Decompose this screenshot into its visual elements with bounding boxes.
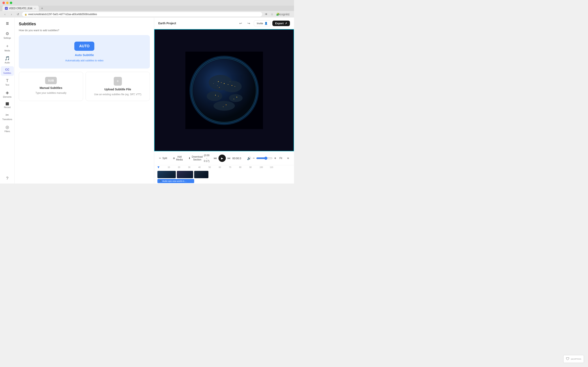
add-media-btn[interactable]: ⊕ Add Media: [171, 155, 185, 162]
browser-tab[interactable]: V VEED CREATE | Edit ×: [2, 6, 39, 11]
back-btn[interactable]: ‹: [2, 12, 7, 17]
sidebar-item-filters-label: Filters: [4, 130, 10, 133]
volume-btn[interactable]: 🔊: [247, 156, 251, 160]
svg-point-23: [223, 106, 223, 107]
timeline-tracks: 🎵 Audio epic-new-world-m....: [157, 170, 291, 184]
invite-icon: 👤: [264, 22, 268, 25]
upload-subtitle-option[interactable]: + Upload Subtitle File Use an existing s…: [86, 72, 150, 101]
export-label: Export: [275, 22, 284, 25]
timeline-right-controls: 🔊 − + Fit ≋: [247, 156, 291, 160]
sidebar-item-settings[interactable]: ⚙ Settings: [1, 30, 14, 41]
url-text: veed.io/edit/abcb1297-5a01-4d77-b2aa-a83…: [28, 13, 97, 16]
export-icon: ↗: [285, 22, 287, 25]
audio-track-row: 🎵 Audio epic-new-world-m....: [157, 179, 291, 183]
upload-subtitle-description: Use an existing subtitles file (eg. SRT,…: [94, 93, 141, 96]
scissors-icon: ✂: [159, 157, 161, 160]
sidebar-item-record[interactable]: ⬛ Record: [1, 100, 14, 110]
upload-subtitle-title: Upload Subtitle File: [104, 88, 131, 91]
svg-point-17: [219, 87, 219, 88]
zoom-slider[interactable]: [256, 157, 273, 160]
svg-point-19: [218, 96, 219, 96]
tab-close-btn[interactable]: ×: [34, 7, 36, 10]
auto-subtitle-title: Auto Subtitle: [75, 53, 94, 57]
skip-forward-btn[interactable]: ⏭: [227, 156, 231, 160]
split-btn[interactable]: ✂ Split: [157, 156, 169, 160]
minimize-window-btn[interactable]: [6, 2, 9, 4]
video-thumb-3: [194, 171, 208, 178]
address-bar[interactable]: 🔒 veed.io/edit/abcb1297-5a01-4d77-b2aa-a…: [22, 12, 262, 17]
svg-point-13: [228, 84, 228, 85]
svg-point-18: [215, 95, 216, 95]
timeline-track-area: 10 20 30 40 50 60 70 80 90 100 110: [154, 165, 294, 184]
sidebar-item-subtitles[interactable]: CC Subtitles: [1, 66, 14, 76]
timeline: ✂ Split ⊕ Add Media ⬇ Download Section (…: [154, 151, 294, 184]
undo-btn[interactable]: ↩: [237, 20, 244, 26]
ruler-mark-110: 110: [270, 166, 273, 168]
tab-title: VEED CREATE | Edit: [9, 7, 32, 10]
video-track-item-3[interactable]: [194, 171, 208, 178]
sidebar-item-elements[interactable]: ◈ Elements: [1, 89, 14, 100]
download-section-label: Download Section: [192, 155, 203, 161]
svg-point-15: [234, 86, 235, 87]
audio-track-item[interactable]: 🎵 Audio epic-new-world-m....: [157, 179, 194, 183]
svg-point-12: [224, 83, 225, 84]
sidebar-item-media[interactable]: ＋ Media: [1, 42, 14, 53]
profile-btn[interactable]: Incognito: [281, 12, 286, 17]
earth-preview: [185, 52, 263, 129]
play-btn[interactable]: ▶: [218, 155, 226, 162]
more-btn[interactable]: ⋮: [287, 12, 292, 17]
timeline-toolbar: ✂ Split ⊕ Add Media ⬇ Download Section (…: [154, 151, 294, 165]
playhead-marker: [157, 166, 159, 168]
hamburger-menu-btn[interactable]: ☰: [1, 20, 14, 27]
hamburger-icon: ☰: [6, 22, 9, 25]
manual-subtitle-description: Type your subtitles manually: [35, 92, 66, 94]
video-track-item-2[interactable]: [177, 171, 193, 178]
screen-reader-icon[interactable]: 👁: [264, 12, 269, 17]
new-tab-btn[interactable]: +: [40, 6, 44, 11]
video-area: [154, 29, 294, 151]
svg-point-16: [217, 85, 217, 86]
record-icon: ⬛: [6, 102, 9, 105]
app: ☰ ⚙ Settings ＋ Media 🎵 Audio CC Subtitle…: [0, 17, 294, 184]
svg-point-22: [226, 104, 226, 105]
play-icon: ▶: [221, 157, 223, 160]
download-section-btn[interactable]: ⬇ Download Section (0:00 - 0:17): [187, 153, 211, 163]
bookmark-icon[interactable]: ☆: [269, 12, 274, 17]
video-thumb-2: [177, 171, 193, 178]
sidebar-item-audio[interactable]: 🎵 Audio: [1, 54, 14, 66]
fit-btn[interactable]: Fit: [278, 156, 284, 160]
ruler-mark-100: 100: [259, 166, 263, 168]
help-icon: ?: [6, 176, 8, 181]
auto-subtitle-description: Automatically add subtitles to video: [65, 59, 103, 62]
svg-point-11: [221, 82, 222, 83]
svg-point-10: [218, 81, 219, 82]
svg-point-24: [213, 83, 214, 83]
waveform-btn[interactable]: ≋: [285, 156, 291, 160]
invite-btn[interactable]: Invite 👤: [254, 20, 271, 26]
media-icon: ＋: [5, 43, 9, 49]
refresh-btn[interactable]: ↺: [16, 12, 20, 17]
sidebar-item-transitions[interactable]: ✂ Transitions: [1, 111, 14, 122]
maximize-window-btn[interactable]: [10, 2, 12, 4]
svg-point-8: [229, 94, 242, 102]
sidebar-item-filters[interactable]: ◎ Filters: [1, 123, 14, 134]
video-track-item-1[interactable]: [157, 171, 176, 178]
text-icon: T: [6, 78, 8, 83]
redo-btn[interactable]: ↪: [246, 20, 252, 26]
manual-subtitle-title: Manual Subtitles: [40, 86, 62, 90]
panel-title: Subtitles: [19, 22, 150, 26]
skip-back-btn[interactable]: ⏮: [214, 156, 217, 160]
export-btn[interactable]: Export ↗: [272, 21, 290, 26]
add-media-label: Add Media: [176, 155, 183, 161]
forward-btn[interactable]: ›: [9, 12, 14, 17]
video-panel: Earth Project ↩ ↪ Invite 👤 Export ↗: [154, 17, 294, 184]
sidebar-item-text[interactable]: T Text: [1, 77, 14, 88]
ruler-mark-60: 60: [219, 166, 221, 168]
auto-subtitle-option[interactable]: AUTO Auto Subtitle Automatically add sub…: [19, 35, 150, 68]
video-thumb-1: [157, 171, 176, 178]
sidebar-item-help[interactable]: ?: [1, 174, 14, 182]
manual-subtitle-option[interactable]: SUB Manual Subtitles Type your subtitles…: [19, 72, 83, 101]
close-window-btn[interactable]: [2, 2, 5, 4]
svg-point-2: [192, 58, 256, 122]
settings-icon: ⚙: [6, 31, 9, 36]
